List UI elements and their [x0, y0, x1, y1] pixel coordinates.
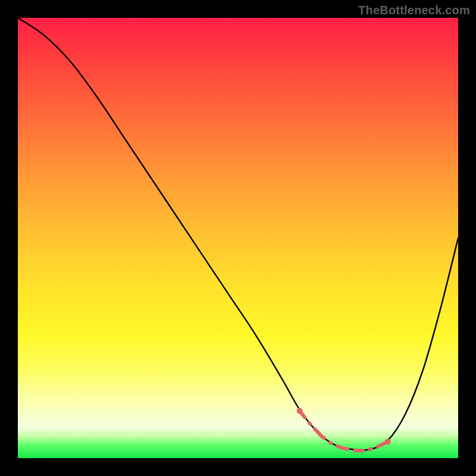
curve-svg	[18, 18, 458, 458]
optimal-range-end-dot	[385, 439, 391, 444]
optimal-range-marker	[300, 411, 388, 451]
bottleneck-curve	[18, 18, 458, 450]
plot-area	[18, 18, 458, 458]
chart-root: TheBottleneck.com	[0, 0, 476, 476]
watermark-text: TheBottleneck.com	[358, 4, 470, 17]
optimal-range-start-dot	[297, 408, 303, 414]
